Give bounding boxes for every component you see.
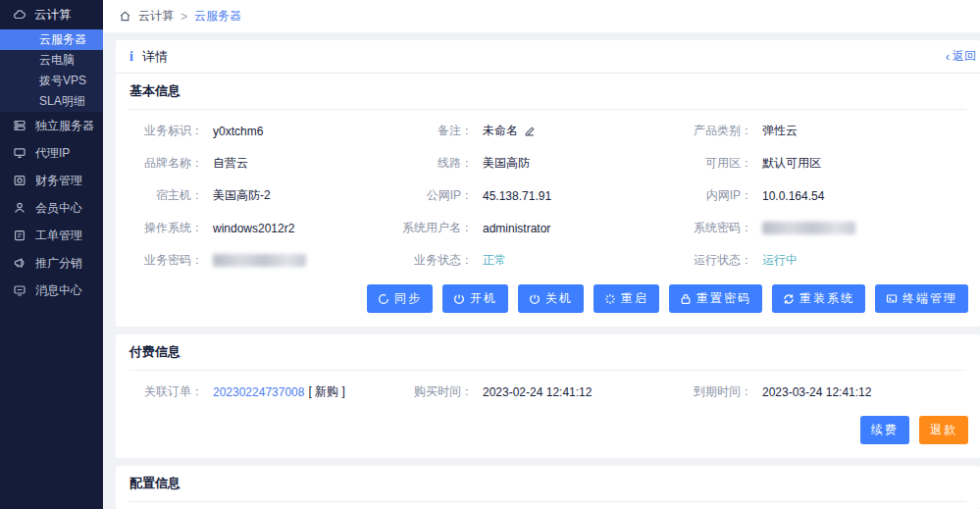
sidebar-item-label: 会员中心 (35, 200, 82, 217)
svc-password-redacted (213, 254, 306, 267)
status-badge: 运行中 (762, 252, 798, 269)
sidebar-item-member-center[interactable]: 会员中心 (0, 194, 103, 222)
config-info-grid: 规格： 美国标准型 (USGF-4) CPU： 2核 内存： 4G 系统盘： 2… (116, 502, 980, 509)
sidebar-item-label: 独立服务器 (35, 118, 94, 134)
breadcrumb-separator: > (181, 10, 187, 24)
field-expire-time: 到期时间： 2023-03-24 12:41:12 (679, 376, 966, 408)
payment-card: 付费信息 关联订单： 20230224737008 [ 新购 ] 购买时间： 2… (116, 334, 980, 458)
back-button[interactable]: ‹ 返回 (946, 48, 976, 65)
lock-icon (680, 293, 692, 305)
payment-info-title: 付费信息 (129, 334, 966, 371)
content: i 详情 ‹ 返回 基本信息 业务标识： y0xtchm6 备注： (103, 32, 980, 509)
sync-icon (378, 293, 389, 305)
power-on-icon (453, 293, 465, 305)
field-zone: 可用区： 默认可用区 (679, 147, 966, 179)
sidebar-submenu: 云服务器 云电脑 拨号VPS SLA明细 (0, 29, 103, 112)
sidebar-item-finance[interactable]: 财务管理 (0, 167, 103, 194)
field-os: 操作系统： windows2012r2 (129, 212, 399, 244)
sidebar-item-label: 代理IP (35, 145, 70, 162)
sidebar-item-dialup-vps[interactable]: 拨号VPS (0, 71, 103, 91)
server-icon (13, 119, 26, 132)
promote-icon (13, 256, 26, 270)
message-icon (13, 283, 26, 297)
server-actions: 同步 开机 关机 重启 (116, 277, 980, 327)
restart-button[interactable]: 重启 (593, 284, 659, 313)
power-off-button[interactable]: 关机 (518, 284, 584, 313)
payment-info-grid: 关联订单： 20230224737008 [ 新购 ] 购买时间： 2023-0… (116, 371, 980, 408)
home-icon[interactable] (119, 10, 131, 23)
basic-info-title: 基本信息 (129, 74, 966, 110)
field-public-ip: 公网IP： 45.138.71.91 (399, 179, 679, 212)
field-sys-password: 系统密码： (679, 212, 966, 244)
field-run-status: 运行状态： 运行中 (679, 244, 966, 277)
sys-password-redacted (762, 222, 855, 234)
power-off-icon (529, 293, 541, 305)
sidebar-item-ticket[interactable]: 工单管理 (0, 222, 103, 249)
detail-card: i 详情 ‹ 返回 基本信息 业务标识： y0xtchm6 备注： (116, 40, 980, 327)
refund-button[interactable]: 退款 (919, 416, 968, 444)
sidebar-item-dedicated-server[interactable]: 独立服务器 (0, 112, 103, 139)
back-label: 返回 (953, 48, 976, 65)
page-title-text: 详情 (142, 48, 168, 66)
config-card: 配置信息 规格： 美国标准型 (USGF-4) CPU： 2核 内存： 4G (116, 466, 980, 509)
detail-card-header: i 详情 ‹ 返回 (116, 40, 980, 74)
finance-icon (13, 174, 26, 187)
field-order: 关联订单： 20230224737008 [ 新购 ] (129, 376, 399, 408)
config-info-title: 配置信息 (129, 466, 966, 502)
sidebar-item-label: 推广分销 (35, 255, 82, 272)
field-svc-status: 业务状态： 正常 (399, 244, 679, 277)
sidebar-item-cloud-pc[interactable]: 云电脑 (0, 50, 103, 71)
field-purchase-time: 购买时间： 2023-02-24 12:41:12 (399, 376, 679, 408)
monitor-icon (13, 146, 26, 160)
chevron-left-icon: ‹ (946, 49, 950, 64)
status-badge: 正常 (483, 252, 506, 269)
field-svc-password: 业务密码： (129, 244, 399, 277)
sync-button[interactable]: 同步 (367, 284, 433, 313)
page-title: i 详情 (129, 48, 168, 66)
renew-button[interactable]: 续费 (860, 416, 909, 444)
reinstall-icon (783, 293, 795, 305)
order-tag: [ 新购 ] (308, 383, 344, 400)
sidebar-item-message-center[interactable]: 消息中心 (0, 277, 103, 304)
edit-remark-icon[interactable] (524, 126, 536, 137)
payment-actions: 续费 退款 (116, 408, 980, 458)
terminal-manage-button[interactable]: 终端管理 (875, 284, 968, 313)
power-on-button[interactable]: 开机 (442, 284, 508, 313)
reset-password-button[interactable]: 重置密码 (669, 284, 762, 313)
reinstall-system-button[interactable]: 重装系统 (772, 284, 865, 313)
ticket-icon (13, 229, 26, 242)
sidebar-item-proxy-ip[interactable]: 代理IP (0, 139, 103, 167)
field-product-type: 产品类别： 弹性云 (679, 115, 966, 147)
sidebar-item-promotion[interactable]: 推广分销 (0, 249, 103, 277)
restart-icon (604, 293, 616, 305)
app-window: 云计算 云服务器 云电脑 拨号VPS SLA明细 独立服务器 代理IP 财务管理 (0, 0, 980, 509)
sidebar-group-cloud-computing[interactable]: 云计算 (0, 0, 103, 29)
sidebar-group-label: 云计算 (34, 7, 72, 24)
field-sys-user: 系统用户名： administrator (399, 212, 679, 244)
terminal-icon (886, 293, 898, 305)
field-private-ip: 内网IP： 10.0.164.54 (679, 179, 966, 212)
sidebar-item-cloud-server[interactable]: 云服务器 (0, 29, 103, 50)
basic-info-grid: 业务标识： y0xtchm6 备注： 未命名 产品类别： 弹性云 (116, 110, 980, 277)
info-icon: i (129, 49, 133, 65)
field-brand: 品牌名称： 自营云 (129, 147, 399, 179)
main-area: 云计算 > 云服务器 i 详情 ‹ 返回 基本信息 (103, 0, 980, 509)
order-link[interactable]: 20230224737008 (213, 385, 304, 399)
user-icon (13, 201, 26, 215)
sidebar-item-label: 工单管理 (35, 228, 82, 244)
field-remark: 备注： 未命名 (399, 115, 679, 147)
breadcrumb: 云计算 > 云服务器 (103, 0, 980, 32)
field-line: 线路： 美国高防 (399, 147, 679, 179)
sidebar-item-label: 财务管理 (35, 173, 82, 189)
cloud-icon (13, 8, 26, 22)
sidebar: 云计算 云服务器 云电脑 拨号VPS SLA明细 独立服务器 代理IP 财务管理 (0, 0, 103, 509)
sidebar-item-label: 消息中心 (35, 282, 82, 299)
breadcrumb-item-cloud-server[interactable]: 云服务器 (194, 8, 241, 25)
sidebar-item-sla-detail[interactable]: SLA明细 (0, 91, 103, 112)
field-service-id: 业务标识： y0xtchm6 (129, 115, 399, 147)
field-host: 宿主机： 美国高防-2 (129, 179, 399, 212)
breadcrumb-item-cloud-computing[interactable]: 云计算 (138, 8, 174, 25)
